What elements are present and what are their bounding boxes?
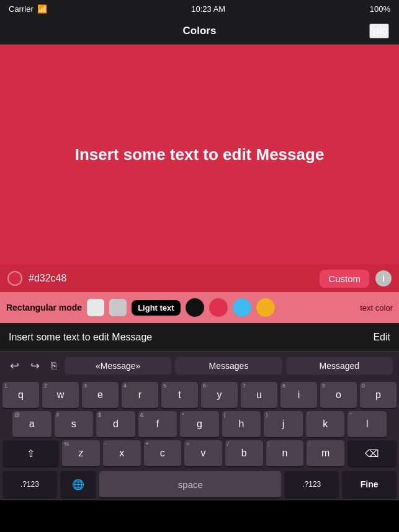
globe-key[interactable]: 🌐: [60, 471, 97, 499]
key-z[interactable]: %z: [62, 440, 100, 468]
color-dot-blue[interactable]: [233, 298, 251, 317]
key-3[interactable]: 3e: [82, 382, 119, 409]
status-left: Carrier 📶: [9, 4, 47, 14]
key-2[interactable]: 2w: [42, 382, 79, 409]
message-text-input[interactable]: [9, 332, 373, 343]
color-picker-bar: #d32c48 Custom i: [0, 265, 399, 292]
hex-value-label: #d32c48: [29, 273, 313, 284]
autocomplete-word-2[interactable]: Messages: [175, 357, 282, 375]
autocomplete-word-1[interactable]: «Message»: [65, 357, 171, 375]
backspace-key[interactable]: ⌫: [347, 440, 397, 468]
key-c[interactable]: +c: [144, 440, 182, 468]
clipboard-button[interactable]: ⎘: [47, 358, 61, 374]
space-key[interactable]: space: [99, 471, 281, 499]
autocomplete-word-3[interactable]: Messaged: [286, 357, 393, 375]
key-a[interactable]: @a: [12, 411, 52, 438]
wifi-icon: 📶: [37, 4, 47, 14]
key-j[interactable]: )j: [264, 411, 303, 438]
shift-key[interactable]: ⇧: [2, 440, 59, 468]
mode-swatch-dark[interactable]: [109, 299, 127, 316]
nav-title: Colors: [183, 25, 217, 37]
autocomplete-bar: ↩ ↪ ⎘ «Message» Messages Messaged: [0, 352, 399, 380]
asdf-row: @a #s $d &f *g (h )j 'k "l: [0, 411, 399, 438]
zxcv-row: ⇧ %z -x +c =v /b ;n :m ⌫: [0, 438, 399, 469]
status-bar: Carrier 📶 10:23 AM 100%: [0, 0, 399, 17]
info-circle-button[interactable]: i: [375, 270, 392, 286]
keyboard: 1q 2w 3e 4r 5t 6y 7u 8i 9o 0p @a #s $d &…: [0, 380, 399, 500]
key-1[interactable]: 1q: [2, 382, 39, 409]
mode-suffix: mode: [56, 303, 82, 313]
color-dot-yellow[interactable]: [256, 298, 275, 317]
key-v[interactable]: =v: [184, 440, 222, 468]
number-row: 1q 2w 3e 4r 5t 6y 7u 8i 9o 0p: [0, 380, 399, 411]
nav-bar: Colors Info: [0, 17, 399, 45]
battery-label: 100%: [370, 4, 390, 14]
color-dot-pink[interactable]: [209, 298, 228, 317]
key-l[interactable]: "l: [347, 411, 387, 438]
key-6[interactable]: 6y: [201, 382, 238, 409]
key-7[interactable]: 7u: [241, 382, 277, 409]
key-5[interactable]: 5t: [161, 382, 198, 409]
color-dot-black[interactable]: [186, 298, 204, 317]
info-nav-button[interactable]: Info: [369, 24, 389, 38]
color-circle-swatch[interactable]: [7, 271, 22, 286]
edit-button[interactable]: Edit: [373, 332, 390, 343]
mode-swatch-light[interactable]: [87, 299, 104, 316]
key-8[interactable]: 8i: [280, 382, 317, 409]
mode-word: Rectangular: [6, 303, 56, 313]
preview-placeholder-text: Insert some text to edit Message: [63, 145, 337, 164]
key-n[interactable]: ;n: [266, 440, 304, 468]
return-key[interactable]: Fine: [342, 471, 397, 499]
bottom-row: .?123 🌐 space .?123 Fine: [0, 469, 399, 500]
key-0[interactable]: 0p: [360, 382, 397, 409]
key-h[interactable]: (h: [222, 411, 261, 438]
undo-button[interactable]: ↩: [6, 357, 23, 375]
custom-button[interactable]: Custom: [320, 270, 369, 288]
text-color-label: text color: [360, 303, 393, 313]
key-s[interactable]: #s: [55, 411, 94, 438]
key-9[interactable]: 9o: [320, 382, 357, 409]
redo-button[interactable]: ↪: [27, 357, 43, 375]
key-k[interactable]: 'k: [306, 411, 345, 438]
key-f[interactable]: &f: [138, 411, 177, 438]
key-b[interactable]: /b: [225, 440, 263, 468]
key-4[interactable]: 4r: [122, 382, 158, 409]
text-input-area: Edit: [0, 323, 399, 352]
symbols-key[interactable]: .?123: [2, 471, 57, 499]
time-label: 10:23 AM: [191, 4, 225, 14]
mode-label: Rectangular mode: [6, 303, 82, 313]
key-m[interactable]: :m: [307, 440, 344, 468]
symbols-key-2[interactable]: .?123: [284, 471, 339, 499]
key-d[interactable]: $d: [96, 411, 135, 438]
light-text-badge[interactable]: Light text: [132, 300, 181, 316]
color-preview-area: Insert some text to edit Message: [0, 45, 399, 265]
mode-bar: Rectangular mode Light text text color: [0, 292, 399, 323]
carrier-label: Carrier: [9, 4, 34, 14]
key-x[interactable]: -x: [103, 440, 141, 468]
key-g[interactable]: *g: [180, 411, 219, 438]
